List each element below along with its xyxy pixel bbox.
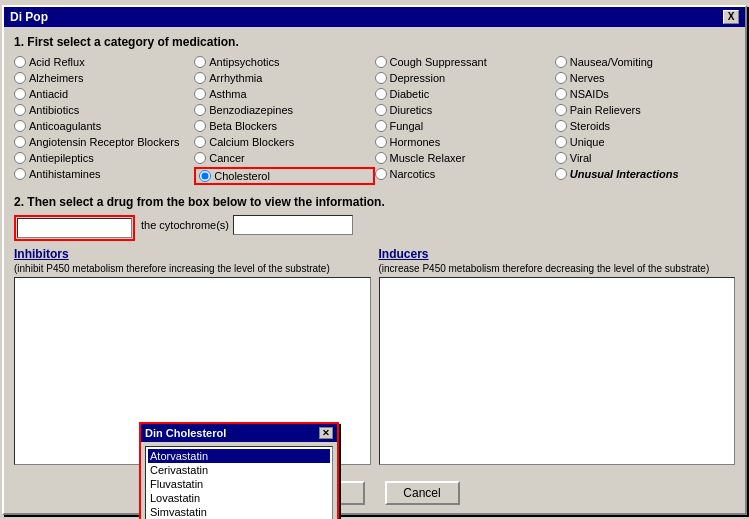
section1-label: 1. First select a category of medication… bbox=[14, 35, 735, 49]
radio-nausea[interactable]: Nausea/Vomiting bbox=[555, 55, 735, 69]
radio-antibiotics[interactable]: Antibiotics bbox=[14, 103, 194, 117]
list-item-fluvastatin[interactable]: Fluvastatin bbox=[148, 477, 330, 491]
list-item-lovastatin[interactable]: Lovastatin bbox=[148, 491, 330, 505]
radio-arrhythmia[interactable]: Arrhythmia bbox=[194, 71, 374, 85]
radio-nerves[interactable]: Nerves bbox=[555, 71, 735, 85]
din-cholesterol-popup: Din Cholesterol ✕ Atorvastatin Cerivasta… bbox=[139, 422, 339, 520]
inhibitors-title: Inhibitors bbox=[14, 247, 371, 261]
radio-viral[interactable]: Viral bbox=[555, 151, 735, 165]
radio-unusual-interactions[interactable]: Unusual Interactions bbox=[555, 167, 735, 181]
inducers-title: Inducers bbox=[379, 247, 736, 261]
drug-search-box bbox=[14, 215, 135, 241]
popup-title-bar: Din Cholesterol ✕ bbox=[141, 424, 337, 442]
category-grid: Acid Reflux Alzheimers Antiacid Antibiot… bbox=[14, 55, 735, 185]
radio-hormones[interactable]: Hormones bbox=[375, 135, 555, 149]
radio-cough-suppressant[interactable]: Cough Suppressant bbox=[375, 55, 555, 69]
inducers-list[interactable] bbox=[379, 277, 736, 465]
radio-depression[interactable]: Depression bbox=[375, 71, 555, 85]
main-area: Inhibitors (inhibit P450 metabolism ther… bbox=[14, 247, 735, 465]
list-item-simvastatin[interactable]: Simvastatin bbox=[148, 505, 330, 519]
section2-label: 2. Then select a drug from the box below… bbox=[14, 195, 735, 209]
radio-pain-relievers[interactable]: Pain Relievers bbox=[555, 103, 735, 117]
radio-narcotics[interactable]: Narcotics bbox=[375, 167, 555, 181]
popup-title: Din Cholesterol bbox=[145, 427, 226, 439]
radio-muscle-relaxer[interactable]: Muscle Relaxer bbox=[375, 151, 555, 165]
inducers-panel: Inducers (increase P450 metabolism there… bbox=[379, 247, 736, 465]
list-item-cerivastatin[interactable]: Cerivastatin bbox=[148, 463, 330, 477]
radio-calcium-blockers[interactable]: Calcium Blockers bbox=[194, 135, 374, 149]
radio-acid-reflux[interactable]: Acid Reflux bbox=[14, 55, 194, 69]
radio-antipsychotics[interactable]: Antipsychotics bbox=[194, 55, 374, 69]
inducers-desc: (increase P450 metabolism therefore decr… bbox=[379, 263, 736, 274]
popup-list[interactable]: Atorvastatin Cerivastatin Fluvastatin Lo… bbox=[145, 446, 333, 520]
cytochrome-input[interactable] bbox=[233, 215, 353, 235]
radio-alzheimers[interactable]: Alzheimers bbox=[14, 71, 194, 85]
footer: OK Cancel bbox=[4, 473, 745, 513]
title-bar: Di Pop X bbox=[4, 7, 745, 27]
radio-diabetic[interactable]: Diabetic bbox=[375, 87, 555, 101]
cancel-button[interactable]: Cancel bbox=[385, 481, 460, 505]
radio-fungal[interactable]: Fungal bbox=[375, 119, 555, 133]
radio-cholesterol[interactable]: Cholesterol bbox=[194, 167, 374, 185]
radio-diuretics[interactable]: Diuretics bbox=[375, 103, 555, 117]
window-close-button[interactable]: X bbox=[723, 10, 739, 24]
radio-steroids[interactable]: Steroids bbox=[555, 119, 735, 133]
content-area: 1. First select a category of medication… bbox=[4, 27, 745, 473]
main-window: Di Pop X 1. First select a category of m… bbox=[2, 5, 747, 515]
radio-antiacid[interactable]: Antiacid bbox=[14, 87, 194, 101]
radio-asthma[interactable]: Asthma bbox=[194, 87, 374, 101]
cytochrome-label: the cytochrome(s) bbox=[141, 215, 353, 235]
radio-unique[interactable]: Unique bbox=[555, 135, 735, 149]
lists-area: Inhibitors (inhibit P450 metabolism ther… bbox=[14, 247, 735, 465]
window-title: Di Pop bbox=[10, 10, 48, 24]
popup-x-button[interactable]: ✕ bbox=[319, 427, 333, 439]
radio-antihistamines[interactable]: Antihistamines bbox=[14, 167, 194, 181]
list-item-atorvastatin[interactable]: Atorvastatin bbox=[148, 449, 330, 463]
radio-anticoagulants[interactable]: Anticoagulants bbox=[14, 119, 194, 133]
radio-benzodiazepines[interactable]: Benzodiazepines bbox=[194, 103, 374, 117]
radio-angiotensin[interactable]: Angiotensin Receptor Blockers bbox=[14, 135, 194, 149]
inhibitors-desc: (inhibit P450 metabolism therefore incre… bbox=[14, 263, 371, 274]
radio-nsaids[interactable]: NSAIDs bbox=[555, 87, 735, 101]
radio-cancer[interactable]: Cancer bbox=[194, 151, 374, 165]
drug-search-input[interactable] bbox=[17, 218, 132, 238]
radio-beta-blockers[interactable]: Beta Blockers bbox=[194, 119, 374, 133]
radio-antiepileptics[interactable]: Antiepileptics bbox=[14, 151, 194, 165]
drug-section: the cytochrome(s) bbox=[14, 215, 735, 241]
